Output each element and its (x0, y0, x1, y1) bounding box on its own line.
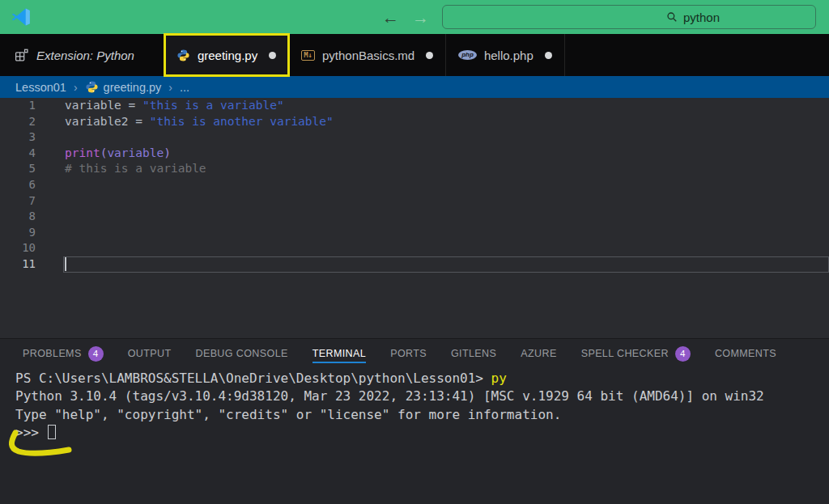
tab-label: greeting.py (198, 49, 257, 62)
code-line[interactable]: 4print(variable) (0, 146, 829, 162)
panel-tab-label: PROBLEMS (23, 348, 82, 359)
code-text (36, 225, 65, 241)
panel-tab-gitlens[interactable]: GITLENS (451, 339, 496, 368)
terminal-cursor (48, 425, 56, 439)
code-text: print(variable) (36, 146, 171, 162)
code-editor[interactable]: 1variable = "this is a variable"2variabl… (0, 98, 829, 338)
command-center-search[interactable]: python (442, 5, 816, 29)
code-line[interactable]: 3 (0, 129, 829, 146)
code-line[interactable]: 7 (0, 193, 829, 210)
editor-tab-bar: Extension: Python greeting.pyM↓pythonBas… (0, 34, 829, 76)
line-number: 9 (0, 225, 36, 241)
modified-dot (545, 52, 552, 59)
vscode-logo-icon (11, 6, 32, 28)
panel-tab-label: TERMINAL (312, 348, 366, 359)
python-icon (85, 80, 99, 94)
line-number: 11 (0, 256, 36, 273)
code-text: variable2 = "this is another variable" (36, 114, 334, 130)
panel-tab-azure[interactable]: AZURE (521, 339, 556, 368)
panel-tab-spell-checker[interactable]: SPELL CHECKER4 (581, 339, 691, 368)
breadcrumb-label: ... (180, 81, 189, 94)
code-line[interactable]: 5# this is a variable (0, 161, 829, 177)
nav-forward-icon[interactable]: → (412, 9, 429, 26)
panel-tab-label: SPELL CHECKER (581, 348, 669, 359)
breadcrumb-label: Lesson01 (15, 81, 66, 94)
tab-extension-python[interactable]: Extension: Python (0, 34, 164, 76)
panel-tab-label: DEBUG CONSOLE (195, 348, 287, 359)
code-text: # this is a variable (36, 161, 206, 177)
code-text (36, 256, 65, 273)
code-line[interactable]: 10 (0, 240, 829, 256)
count-badge: 4 (88, 346, 104, 362)
python-icon (176, 49, 190, 62)
terminal-line: >>> (15, 424, 829, 442)
code-line[interactable]: 2variable2 = "this is another variable" (0, 114, 829, 130)
panel-tab-terminal[interactable]: TERMINAL (312, 339, 366, 368)
count-badge: 4 (675, 346, 691, 362)
panel-tab-ports[interactable]: PORTS (390, 339, 427, 368)
editor-tab[interactable]: greeting.py (164, 34, 289, 76)
terminal-line: Python 3.10.4 (tags/v3.10.4:9d38120, Mar… (15, 388, 829, 405)
breadcrumb-item[interactable]: greeting.py (85, 80, 162, 94)
line-number: 8 (0, 209, 36, 225)
line-number: 6 (0, 177, 36, 193)
extension-tab-label: Extension: Python (36, 49, 134, 62)
line-number: 7 (0, 193, 36, 210)
panel-tab-bar: PROBLEMS4OUTPUTDEBUG CONSOLETERMINALPORT… (0, 339, 829, 368)
title-bar: ← → python (0, 0, 829, 34)
breadcrumb-item[interactable]: ... (180, 81, 189, 94)
line-number: 10 (0, 240, 36, 256)
code-line[interactable]: 8 (0, 209, 829, 225)
modified-dot (426, 52, 433, 59)
terminal-line: Type "help", "copyright", "credits" or "… (15, 406, 829, 424)
line-number: 5 (0, 161, 36, 177)
panel-tab-label: COMMENTS (715, 348, 776, 359)
code-text (36, 129, 65, 146)
line-number: 4 (0, 146, 36, 162)
search-icon (666, 11, 678, 23)
tab-label: hello.php (484, 49, 534, 62)
panel-tab-label: AZURE (521, 348, 556, 359)
code-line[interactable]: 6 (0, 177, 829, 193)
panel-tab-label: PORTS (390, 348, 427, 359)
search-value: python (683, 11, 720, 24)
line-number: 2 (0, 114, 36, 130)
line-number: 3 (0, 129, 36, 146)
breadcrumb-label: greeting.py (104, 81, 162, 94)
code-text (36, 240, 65, 256)
code-text (36, 177, 65, 193)
chevron-right-icon: › (168, 81, 172, 94)
panel-tab-problems[interactable]: PROBLEMS4 (23, 339, 104, 368)
markdown-icon: M↓ (301, 50, 315, 61)
line-number: 1 (0, 98, 36, 114)
code-line[interactable]: 9 (0, 225, 829, 241)
editor-tab[interactable]: M↓pythonBasics.md (289, 34, 446, 76)
terminal-line: PS C:\Users\LAMBROS&STELLA\OneDrive\Desk… (15, 370, 829, 388)
vscode-window: ← → python Extension: Python greeting.py… (0, 0, 829, 504)
panel-tab-output[interactable]: OUTPUT (128, 339, 172, 368)
panel-tab-debug-console[interactable]: DEBUG CONSOLE (195, 339, 287, 368)
panel-tab-comments[interactable]: COMMENTS (715, 339, 776, 368)
code-text (36, 193, 65, 210)
chevron-right-icon: › (74, 81, 78, 94)
panel-tab-label: OUTPUT (128, 348, 172, 359)
editor-layout-icon (15, 49, 28, 62)
code-line[interactable]: 11 (0, 256, 829, 273)
code-line[interactable]: 1variable = "this is a variable" (0, 98, 829, 114)
terminal[interactable]: PS C:\Users\LAMBROS&STELLA\OneDrive\Desk… (0, 368, 829, 443)
editor-tab[interactable]: phphello.php (446, 34, 565, 76)
text-cursor (65, 257, 66, 271)
bottom-panel: PROBLEMS4OUTPUTDEBUG CONSOLETERMINALPORT… (0, 338, 829, 504)
php-icon: php (458, 50, 477, 60)
tab-label: pythonBasics.md (322, 49, 414, 62)
breadcrumb[interactable]: Lesson01›greeting.py›... (0, 76, 829, 98)
nav-back-icon[interactable]: ← (382, 9, 399, 26)
code-text: variable = "this is a variable" (36, 98, 284, 114)
code-text (36, 209, 65, 225)
breadcrumb-item[interactable]: Lesson01 (15, 81, 66, 94)
modified-dot (269, 52, 276, 59)
panel-tab-label: GITLENS (451, 348, 496, 359)
current-line-border (63, 256, 829, 273)
